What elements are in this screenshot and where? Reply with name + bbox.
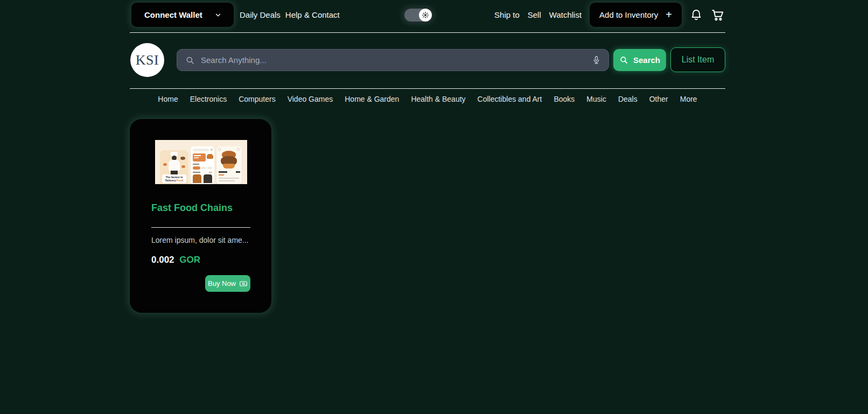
bell-icon: [690, 9, 703, 22]
ship-to-link[interactable]: Ship to: [494, 10, 520, 19]
search-input[interactable]: [201, 55, 592, 65]
add-to-inventory-label: Add to Inventory: [599, 10, 658, 19]
product-card[interactable]: The fastest in Delivery Food: [130, 119, 271, 313]
nav-item-more[interactable]: More: [680, 95, 697, 103]
sell-link[interactable]: Sell: [528, 10, 541, 19]
nav-item-collectibles-art[interactable]: Collectibles and Art: [478, 95, 542, 103]
search-button[interactable]: Search: [613, 49, 666, 71]
nav-item-home-garden[interactable]: Home & Garden: [345, 95, 399, 103]
shopping-cart-icon: [711, 8, 725, 22]
help-contact-link[interactable]: Help & Contact: [285, 10, 340, 19]
chevron-down-icon: [214, 11, 222, 19]
site-logo[interactable]: KSI: [130, 43, 164, 77]
product-image: The fastest in Delivery Food: [155, 140, 247, 184]
connect-wallet-label: Connect Wallet: [144, 10, 202, 19]
topbar-left: Connect Wallet Daily Deals Help & Contac…: [131, 3, 340, 27]
magnifier-icon: [185, 55, 195, 65]
category-nav: Home Electronics Computers Video Games H…: [130, 95, 725, 103]
nav-divider: [130, 88, 725, 89]
product-description: Lorem ipsum, dolor sit ame...: [151, 236, 249, 244]
nav-item-books[interactable]: Books: [554, 95, 575, 103]
nav-item-other[interactable]: Other: [649, 95, 668, 103]
price-amount: 0.002: [151, 255, 174, 265]
card-divider: [151, 227, 250, 228]
nav-item-electronics[interactable]: Electronics: [190, 95, 227, 103]
theme-toggle[interactable]: [403, 7, 433, 23]
price-currency: GOR: [179, 255, 200, 265]
nav-item-home[interactable]: Home: [158, 95, 178, 103]
microphone-icon[interactable]: [592, 55, 601, 65]
product-title: Fast Food Chains: [151, 202, 233, 214]
search-button-label: Search: [633, 55, 660, 65]
theme-toggle-knob: [419, 9, 432, 22]
nav-item-music[interactable]: Music: [586, 95, 606, 103]
nav-item-computers[interactable]: Computers: [239, 95, 275, 103]
banknote-icon: [239, 279, 248, 288]
cart-button[interactable]: [711, 8, 725, 22]
buy-now-label: Buy Now: [208, 279, 236, 287]
nav-item-health-beauty[interactable]: Health & Beauty: [411, 95, 465, 103]
list-item-button[interactable]: List Item: [670, 47, 725, 72]
search-bar: [177, 49, 609, 71]
notifications-button[interactable]: [690, 9, 703, 22]
mockup-caption: The fastest in Delivery Food: [162, 174, 186, 183]
mockup-middle-phone: [191, 146, 214, 184]
mockup-right-phone: [216, 146, 242, 184]
add-to-inventory-button[interactable]: Add to Inventory +: [590, 3, 682, 27]
nav-item-video-games[interactable]: Video Games: [288, 95, 333, 103]
buy-now-button[interactable]: Buy Now: [205, 275, 250, 292]
marketplace-page: Connect Wallet Daily Deals Help & Contac…: [0, 0, 868, 414]
daily-deals-link[interactable]: Daily Deals: [240, 10, 281, 19]
watchlist-link[interactable]: Watchlist: [549, 10, 582, 19]
nav-item-deals[interactable]: Deals: [618, 95, 638, 103]
search-button-magnifier-icon: [619, 55, 628, 65]
topbar-right: Ship to Sell Watchlist Add to Inventory …: [494, 3, 725, 27]
connect-wallet-button[interactable]: Connect Wallet: [131, 3, 234, 27]
topbar-divider: [130, 32, 725, 33]
sun-icon: [422, 11, 429, 19]
product-price: 0.002 GOR: [151, 255, 200, 265]
mockup-left-panel: The fastest in Delivery Food: [160, 150, 188, 184]
plus-icon: +: [666, 9, 672, 21]
